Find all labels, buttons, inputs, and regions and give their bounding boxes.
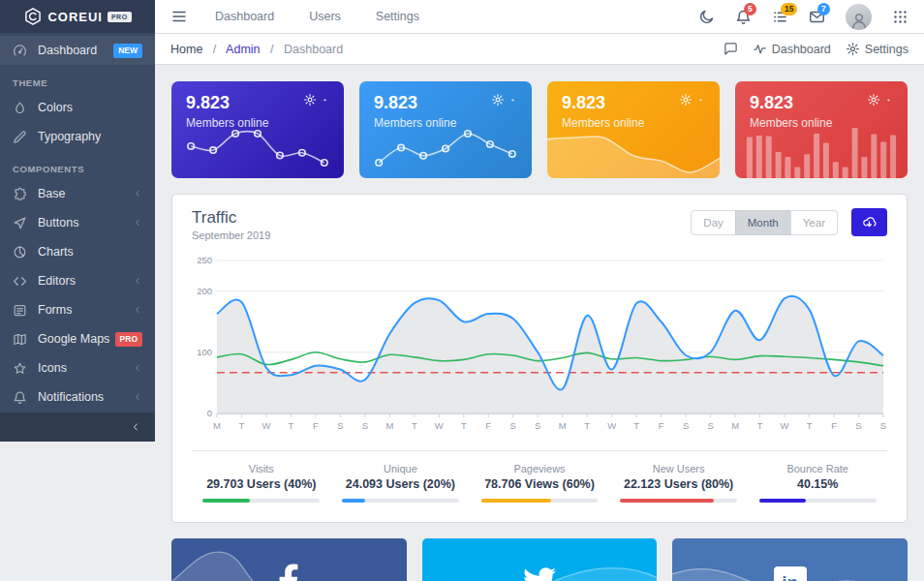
progress-bar-fill — [759, 499, 806, 503]
gear-icon — [867, 93, 880, 107]
traffic-header: Traffic September 2019 DayMonthYear — [192, 208, 887, 241]
sidebar-item-label: Charts — [38, 245, 142, 259]
hamburger-menu-icon[interactable] — [170, 8, 188, 25]
sidebar-item-label: Base — [38, 187, 133, 200]
sidebar-item-charts[interactable]: Charts — [0, 237, 155, 266]
sidebar-item-typography[interactable]: Typography — [0, 122, 155, 151]
header-nav-users[interactable]: Users — [309, 10, 341, 23]
sidebar-item-editors[interactable]: Editors — [0, 266, 155, 295]
progress-bar — [481, 499, 599, 503]
footer-stat-value: 29.703 Users (40%) — [192, 477, 331, 491]
caret-down-icon — [321, 96, 329, 105]
sidebar-section-title: Theme — [0, 65, 155, 93]
stat-card-menu-button[interactable] — [491, 93, 517, 107]
app: COREUI PRO DashboardNEWThemeColorsTypogr… — [0, 0, 924, 581]
stat-card-sparkline — [185, 127, 330, 171]
pie-icon — [13, 245, 27, 260]
download-button[interactable] — [851, 208, 887, 236]
chevron-icon — [133, 218, 142, 228]
sidebar-item-label: Google Maps — [38, 332, 115, 346]
map-icon — [13, 332, 27, 347]
breadcrumb-home[interactable]: Home — [170, 43, 202, 56]
svg-text:F: F — [313, 420, 319, 431]
linkedin-card[interactable]: in — [672, 538, 908, 581]
stat-card-sparkline — [745, 124, 898, 178]
sidebar-item-label: Colors — [38, 101, 142, 114]
stat-card-2: 9.823Members online — [359, 81, 532, 178]
notifications-bell-icon[interactable]: 5 — [735, 9, 752, 25]
svg-text:S: S — [362, 420, 368, 431]
footer-stat-label: Bounce Rate — [748, 463, 887, 474]
dashboard-quick-link[interactable]: Dashboard — [753, 42, 831, 56]
footer-stat-unique: Unique24.093 Users (20%) — [331, 463, 471, 510]
range-button-year[interactable]: Year — [790, 210, 838, 235]
header: Dashboard Users Settings 5 15 7 — [155, 0, 924, 34]
sidebar-item-icons[interactable]: Icons — [0, 353, 155, 382]
svg-text:250: 250 — [197, 255, 212, 265]
sidebar-item-notifications[interactable]: Notifications — [0, 382, 155, 412]
cloud-download-icon — [862, 215, 877, 229]
svg-text:M: M — [385, 420, 393, 431]
stat-card-menu-button[interactable] — [679, 93, 705, 107]
chevron-icon — [133, 189, 142, 199]
svg-text:T: T — [807, 420, 813, 431]
progress-bar-fill — [202, 499, 249, 503]
bell-icon — [13, 390, 27, 405]
dark-mode-moon-icon[interactable] — [698, 9, 715, 25]
user-avatar[interactable] — [846, 4, 872, 30]
footer-stat-visits: Visits29.703 Users (40%) — [192, 463, 331, 510]
stat-card-menu-button[interactable] — [867, 93, 893, 107]
traffic-controls: DayMonthYear — [691, 208, 887, 236]
apps-grid-icon[interactable] — [892, 9, 909, 25]
settings-quick-link[interactable]: Settings — [846, 42, 909, 56]
social-logo: in — [774, 566, 807, 581]
range-button-day[interactable]: Day — [691, 210, 735, 235]
tasks-list-icon[interactable]: 15 — [772, 9, 788, 25]
footer-stat-label: New Users — [609, 463, 749, 474]
chevron-icon — [133, 363, 142, 373]
social-cards: in — [171, 538, 908, 581]
range-button-month[interactable]: Month — [735, 210, 791, 235]
coreui-logo-icon — [23, 7, 43, 26]
breadcrumb-current: Dashboard — [284, 43, 343, 56]
settings-quick-link-label: Settings — [865, 43, 909, 56]
svg-text:S: S — [510, 420, 516, 431]
stat-value: 9.823 — [562, 93, 644, 113]
sidebar-item-colors[interactable]: Colors — [0, 93, 155, 122]
traffic-chart: 0100200250MTWTFSSMTWTFSSMTWTFSSMTWTFSS — [192, 253, 887, 443]
sidebar-item-dashboard[interactable]: DashboardNEW — [0, 36, 155, 65]
caret-down-icon — [696, 96, 705, 105]
stat-label: Members online — [750, 116, 832, 130]
gear-icon — [846, 42, 860, 56]
sidebar-item-google-maps[interactable]: Google MapsPRO — [0, 324, 155, 353]
comment-icon — [724, 42, 738, 56]
brand[interactable]: COREUI PRO — [0, 0, 155, 33]
progress-bar — [202, 499, 320, 503]
sidebar-item-label: Icons — [38, 361, 133, 375]
twitter-logo-icon — [520, 565, 559, 581]
svg-text:M: M — [213, 420, 221, 431]
stat-card-menu-button[interactable] — [303, 93, 329, 107]
traffic-footer-stats: Visits29.703 Users (40%)Unique24.093 Use… — [192, 450, 887, 510]
header-nav-settings[interactable]: Settings — [376, 10, 419, 23]
sidebar-item-forms[interactable]: Forms — [0, 295, 155, 324]
footer-stat-value: 40.15% — [748, 477, 887, 491]
progress-bar-fill — [481, 499, 551, 503]
person-icon — [849, 11, 869, 30]
stat-value: 9.823 — [750, 93, 832, 113]
footer-stat-new-users: New Users22.123 Users (80%) — [609, 463, 749, 510]
twitter-card[interactable] — [422, 538, 658, 581]
comments-button[interactable] — [724, 42, 738, 56]
svg-text:T: T — [239, 420, 245, 431]
header-nav-dashboard[interactable]: Dashboard — [215, 10, 274, 23]
messages-envelope-icon[interactable]: 7 — [809, 9, 825, 25]
stat-value: 9.823 — [374, 93, 456, 113]
svg-text:W: W — [781, 420, 789, 431]
sidebar-item-buttons[interactable]: Buttons — [0, 208, 155, 237]
svg-text:T: T — [461, 420, 467, 431]
sidebar-minimizer[interactable] — [0, 413, 155, 442]
breadcrumb-admin[interactable]: Admin — [226, 43, 260, 56]
facebook-card[interactable] — [171, 538, 407, 581]
facebook-logo-icon — [278, 563, 299, 581]
sidebar-item-base[interactable]: Base — [0, 179, 155, 208]
